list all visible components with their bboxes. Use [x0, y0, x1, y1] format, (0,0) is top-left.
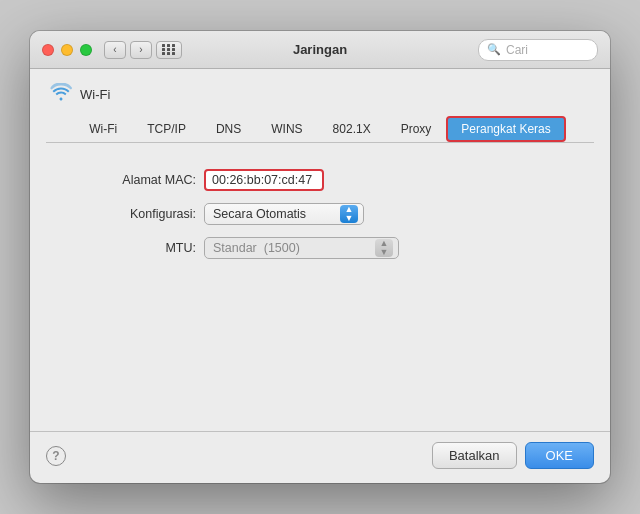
tab-hardware[interactable]: Perangkat Keras [446, 116, 565, 142]
bottom-bar: ? Batalkan OKE [30, 431, 610, 483]
config-row: Konfigurasi: Secara Otomatis Manual ▲▼ [66, 203, 574, 225]
mac-label: Alamat MAC: [66, 173, 196, 187]
grid-view-button[interactable] [156, 41, 182, 59]
title-bar: ‹ › Jaringan 🔍 Cari [30, 31, 610, 69]
tab-wins[interactable]: WINS [256, 116, 317, 142]
search-box[interactable]: 🔍 Cari [478, 39, 598, 61]
content-spacer [66, 271, 574, 411]
traffic-lights [42, 44, 92, 56]
wifi-icon [50, 83, 72, 106]
bottom-actions: Batalkan OKE [432, 442, 594, 469]
maximize-button[interactable] [80, 44, 92, 56]
nav-buttons: ‹ › [104, 41, 152, 59]
mtu-row: MTU: ▲▼ [66, 237, 574, 259]
tab-tcpip[interactable]: TCP/IP [132, 116, 201, 142]
mtu-field [204, 237, 399, 259]
tab-bar: Wi-Fi TCP/IP DNS WINS 802.1X Proxy Peran… [46, 116, 594, 143]
wifi-label: Wi-Fi [80, 87, 110, 102]
search-placeholder: Cari [506, 43, 528, 57]
config-label: Konfigurasi: [66, 207, 196, 221]
network-window: ‹ › Jaringan 🔍 Cari [30, 31, 610, 483]
config-select[interactable]: Secara Otomatis Manual [204, 203, 364, 225]
grid-icon [162, 44, 176, 55]
minimize-button[interactable] [61, 44, 73, 56]
mtu-select-wrapper: ▲▼ [204, 237, 399, 259]
tab-wifi[interactable]: Wi-Fi [74, 116, 132, 142]
tab-dns[interactable]: DNS [201, 116, 256, 142]
form-area: Alamat MAC: 00:26:bb:07:cd:47 Konfiguras… [46, 159, 594, 431]
close-button[interactable] [42, 44, 54, 56]
config-select-wrapper: Secara Otomatis Manual ▲▼ [204, 203, 364, 225]
wifi-header: Wi-Fi [46, 83, 594, 106]
back-button[interactable]: ‹ [104, 41, 126, 59]
content-area: Wi-Fi Wi-Fi TCP/IP DNS WINS 802.1X Proxy… [30, 69, 610, 431]
mtu-label: MTU: [66, 241, 196, 255]
tab-proxy[interactable]: Proxy [386, 116, 447, 142]
cancel-button[interactable]: Batalkan [432, 442, 517, 469]
window-title: Jaringan [293, 42, 347, 57]
mac-row: Alamat MAC: 00:26:bb:07:cd:47 [66, 169, 574, 191]
mac-value: 00:26:bb:07:cd:47 [204, 169, 324, 191]
help-button[interactable]: ? [46, 446, 66, 466]
ok-button[interactable]: OKE [525, 442, 594, 469]
tab-8021x[interactable]: 802.1X [318, 116, 386, 142]
search-icon: 🔍 [487, 43, 501, 56]
forward-button[interactable]: › [130, 41, 152, 59]
